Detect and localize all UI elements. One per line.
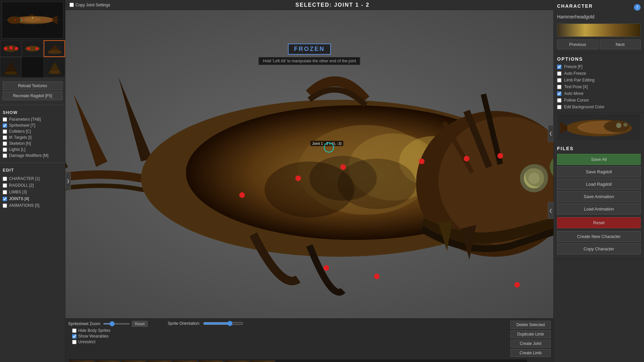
option-follow-cursor[interactable]: Follow Cursor: [557, 98, 641, 103]
sprite-strip-item-5[interactable]: [172, 360, 198, 362]
sprite-strip-item-7[interactable]: [224, 360, 249, 362]
edit-animations[interactable]: ANIMATIONS [5]: [3, 202, 62, 209]
sprite-main-view[interactable]: [0, 0, 65, 40]
edit-character[interactable]: CHARACTER [1]: [3, 175, 62, 182]
sprite-strip-item-3[interactable]: [121, 360, 146, 362]
sprite-thumb-2[interactable]: [22, 40, 43, 57]
previous-button[interactable]: Previous: [557, 40, 598, 49]
options-section-title: OPTIONS: [557, 56, 641, 62]
sprite-thumb-5[interactable]: [44, 57, 65, 77]
auto-freeze-checkbox[interactable]: [557, 71, 561, 76]
create-limb-button[interactable]: Create Limb: [510, 349, 551, 357]
options-check-list: Freeze [F] Auto Freeze Limb Pair Editing…: [557, 64, 641, 109]
svg-point-60: [374, 274, 380, 279]
edit-ragdoll[interactable]: RAGDOLL [2]: [3, 182, 62, 189]
auto-move-checkbox[interactable]: [557, 92, 561, 96]
right-panel-toggle-1[interactable]: ❮: [548, 125, 553, 142]
limb-pair-editing-checkbox[interactable]: [557, 78, 561, 82]
test-pose-checkbox[interactable]: [557, 85, 561, 89]
option-test-pose[interactable]: Test Pose [X]: [557, 84, 641, 89]
canvas-viewport[interactable]: FROZEN Hold 'Left Alt' to manipulate the…: [65, 10, 553, 318]
sprite-thumbs-row2: [0, 57, 65, 77]
ik-targets-checkbox[interactable]: [3, 135, 7, 140]
show-damage-modifiers[interactable]: Damage Modifiers [M]: [3, 153, 62, 158]
option-freeze[interactable]: Freeze [F]: [557, 64, 641, 69]
show-colliders[interactable]: Colliders [C]: [3, 129, 62, 134]
sprite-strip-item-4[interactable]: [147, 360, 172, 362]
svg-point-32: [50, 70, 60, 74]
reset-button[interactable]: Reset: [557, 217, 641, 228]
svg-point-22: [9, 46, 13, 50]
sprite-strip-item-8[interactable]: [250, 360, 275, 362]
show-wearables-check[interactable]: Show Wearables: [72, 334, 144, 339]
info-icon[interactable]: !: [634, 4, 641, 11]
sprite-strip-item-1[interactable]: [69, 360, 94, 362]
unrestrict-checkbox[interactable]: [72, 340, 77, 344]
limbs-edit-checkbox[interactable]: [3, 190, 7, 194]
joints-edit-checkbox[interactable]: [3, 197, 7, 201]
copy-character-button[interactable]: Copy Character: [557, 243, 641, 254]
show-skeleton[interactable]: Skeleton [N]: [3, 141, 62, 146]
colliders-checkbox[interactable]: [3, 129, 7, 134]
unrestrict-check[interactable]: Unrestrict: [72, 340, 144, 344]
sprite-orientation: Sprite Orientation:: [168, 321, 243, 326]
ragdoll-edit-checkbox[interactable]: [3, 183, 7, 188]
save-ragdoll-button[interactable]: Save Ragdoll: [557, 166, 641, 177]
damage-modifiers-checkbox[interactable]: [3, 154, 7, 158]
hide-body-sprites-checkbox[interactable]: [72, 328, 77, 333]
animations-edit-checkbox[interactable]: [3, 203, 7, 208]
reload-textures-button[interactable]: Reload Textures: [3, 81, 62, 90]
show-wearables-checkbox[interactable]: [72, 334, 77, 339]
zoom-reset-button[interactable]: Reset: [132, 321, 148, 327]
svg-point-12: [28, 19, 29, 20]
follow-cursor-checkbox[interactable]: [557, 98, 561, 103]
sprite-strip-item-6[interactable]: [198, 360, 224, 362]
edit-bg-color-checkbox[interactable]: [557, 105, 561, 109]
right-toggle-icon-2: ❮: [549, 208, 552, 213]
next-button[interactable]: Next: [600, 40, 641, 49]
parameters-checkbox[interactable]: [3, 117, 7, 122]
create-joint-button[interactable]: Create Joint: [510, 340, 551, 348]
character-edit-checkbox[interactable]: [3, 177, 7, 181]
copy-joint-settings-check[interactable]: Copy Joint Settings: [69, 3, 110, 7]
sprite-thumb-4[interactable]: [0, 57, 21, 77]
save-animation-button[interactable]: Save Animation: [557, 191, 641, 202]
fish-canvas-svg: [65, 10, 553, 318]
skeleton-checkbox[interactable]: [3, 141, 7, 146]
duplicate-limb-button[interactable]: Duplicate Limb: [510, 330, 551, 338]
hide-body-sprites-check[interactable]: Hide Body Sprites: [72, 328, 144, 333]
zoom-slider[interactable]: [103, 323, 130, 324]
edit-joints[interactable]: JOINTS [4]: [3, 195, 62, 202]
left-panel-toggle[interactable]: ❯: [65, 173, 71, 189]
right-panel-toggle-2[interactable]: ❮: [548, 202, 553, 219]
svg-point-6: [7, 16, 21, 23]
show-ik-targets[interactable]: IK Targets [I]: [3, 135, 62, 140]
save-all-button[interactable]: Save All: [557, 154, 641, 165]
delete-selected-button[interactable]: Delete Selected: [510, 321, 551, 329]
svg-point-75: [624, 123, 628, 127]
freeze-checkbox[interactable]: [557, 65, 561, 69]
sprite-thumb-3[interactable]: [44, 40, 65, 57]
sprite-sheet-area: [0, 0, 65, 77]
option-auto-freeze[interactable]: Auto Freeze: [557, 71, 641, 76]
option-edit-background-color[interactable]: Edit Background Color: [557, 105, 641, 109]
load-animation-button[interactable]: Load Animation: [557, 203, 641, 215]
option-limb-pair-editing[interactable]: Limb Pair Editing: [557, 78, 641, 82]
load-ragdoll-button[interactable]: Load Ragdoll: [557, 179, 641, 190]
sprite-strip-item-2[interactable]: [95, 360, 120, 362]
frozen-badge: FROZEN: [288, 44, 331, 55]
spritesheet-checkbox[interactable]: [3, 123, 7, 128]
copy-joint-settings-checkbox[interactable]: [69, 3, 74, 7]
show-lights[interactable]: Lights [L]: [3, 147, 62, 152]
edit-limbs[interactable]: LIMBS [3]: [3, 189, 62, 195]
orientation-slider[interactable]: [203, 321, 243, 326]
recreate-ragdoll-button[interactable]: Recreate Ragdoll [F5]: [3, 92, 62, 100]
svg-marker-7: [52, 15, 58, 24]
show-parameters[interactable]: Parameters [TAB]: [3, 117, 62, 122]
sprite-thumb-1[interactable]: [0, 40, 21, 57]
show-spritesheet[interactable]: Spritesheet [T]: [3, 123, 62, 128]
lights-checkbox[interactable]: [3, 147, 7, 152]
option-auto-move[interactable]: Auto Move: [557, 91, 641, 96]
sprite-strip[interactable]: [68, 359, 528, 362]
create-new-character-button[interactable]: Create New Character: [557, 231, 641, 242]
